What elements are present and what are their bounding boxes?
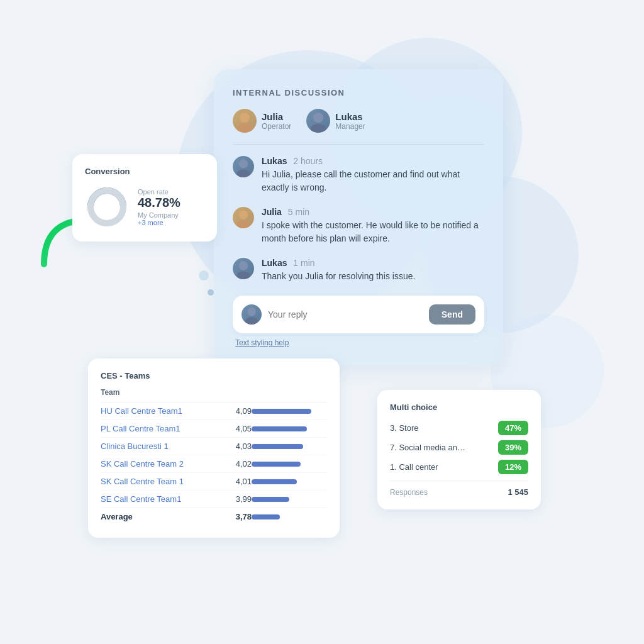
discussion-title: INTERNAL DISCUSSION [233,88,484,97]
mc-row: 1. Call center 12% [390,460,528,474]
msg3-sender: Lukas [262,258,287,268]
donut-chart [85,185,129,229]
teams-title: CES - Teams [101,371,327,380]
svg-point-3 [311,124,326,133]
conversion-card: Conversion Open rate 48.78% My Company +… [72,154,217,242]
svg-point-8 [239,261,248,270]
julia-name: Julia [262,111,291,122]
teams-card: CES - Teams Team HU Call Centre Team1 4,… [88,358,340,538]
svg-point-1 [237,124,252,133]
bar [252,462,301,467]
svg-point-5 [236,169,250,177]
svg-point-0 [240,113,250,123]
participants-list: Julia Operator Lukas Manager [233,109,484,145]
msg1-sender: Lukas [262,156,287,166]
lukas-name: Lukas [335,111,365,122]
svg-point-14 [85,185,129,229]
msg3-text: Thank you Julia for resolving this issue… [262,270,415,283]
participant-julia: Julia Operator [233,109,291,133]
lukas-role: Manager [335,122,365,131]
message-2: Julia 5 min I spoke with the customer. H… [233,207,484,245]
bar [252,409,311,414]
responses-value: 1 545 [508,487,528,497]
svg-point-9 [236,271,250,279]
mc-row: 3. Store 47% [390,421,528,435]
mc-divider [390,480,528,481]
julia-role: Operator [262,122,291,131]
more-link[interactable]: +3 more [138,219,180,226]
svg-point-4 [239,159,248,168]
discussion-card: INTERNAL DISCUSSION Julia Operator [214,69,503,366]
teams-table: Team HU Call Centre Team1 4,09 PL Call C… [101,388,327,525]
average-row: Average 3,78 [101,508,327,526]
message-3: Lukas 1 min Thank you Julia for resolvin… [233,258,484,283]
table-row: Clinica Bucuresti 1 4,03 [101,438,327,455]
avg-bar [252,514,280,519]
msg2-time: 5 min [288,207,309,217]
open-rate-label: Open rate [138,188,180,196]
table-row: SE Call Centre Team1 3,99 [101,491,327,508]
msg2-sender: Julia [262,207,282,217]
open-rate-value: 48.78% [138,196,180,210]
messages-list: Lukas 2 hours Hi Julia, please call the … [233,156,484,283]
table-row: HU Call Centre Team1 4,09 [101,402,327,420]
avatar-julia [233,109,257,133]
message-1: Lukas 2 hours Hi Julia, please call the … [233,156,484,194]
svg-point-11 [245,317,258,325]
msg3-time: 1 min [293,258,314,268]
reply-input[interactable] [268,309,423,319]
send-button[interactable]: Send [429,304,475,325]
multichoice-card: Multi choice 3. Store 47% 7. Social medi… [377,390,541,509]
company-name: My Company [138,211,180,219]
table-row: SK Call Centre Team 1 4,01 [101,473,327,491]
bar [252,479,297,484]
reply-avatar [242,304,262,325]
svg-point-6 [239,210,248,219]
mc-row: 7. Social media an… 39% [390,440,528,455]
msg2-text: I spoke with the customer. He would like… [262,219,484,245]
text-styling-help[interactable]: Text styling help [235,338,484,347]
conversion-title: Conversion [85,167,204,176]
svg-point-2 [313,113,323,123]
avatar-lukas [306,109,330,133]
responses-label: Responses [390,488,428,497]
msg1-text: Hi Julia, please call the customer and f… [262,168,484,194]
reply-container: Send [233,296,484,333]
bar [252,444,303,449]
participant-lukas: Lukas Manager [306,109,365,133]
msg2-avatar [233,207,254,228]
col-team: Team [101,388,227,402]
bar [252,497,289,502]
msg1-time: 2 hours [293,156,323,166]
svg-point-7 [236,220,250,228]
msg3-avatar [233,258,254,279]
msg1-avatar [233,156,254,177]
bar [252,426,307,431]
table-row: PL Call Centre Team1 4,05 [101,420,327,438]
mc-title: Multi choice [390,402,528,412]
table-row: SK Call Centre Team 2 4,02 [101,455,327,473]
svg-point-10 [247,308,255,316]
